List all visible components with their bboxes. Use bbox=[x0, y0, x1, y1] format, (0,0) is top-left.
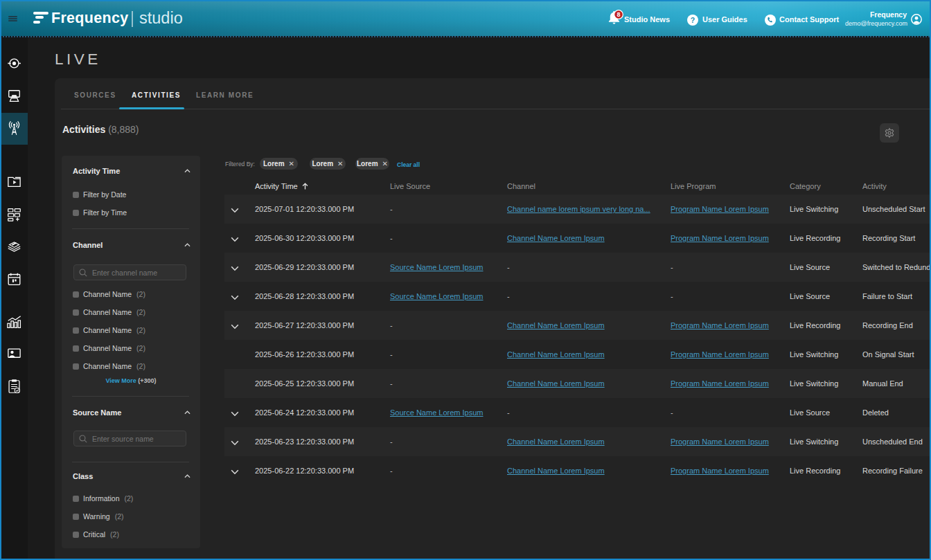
svg-text:?: ? bbox=[691, 16, 695, 24]
svg-text:8: 8 bbox=[617, 11, 620, 18]
